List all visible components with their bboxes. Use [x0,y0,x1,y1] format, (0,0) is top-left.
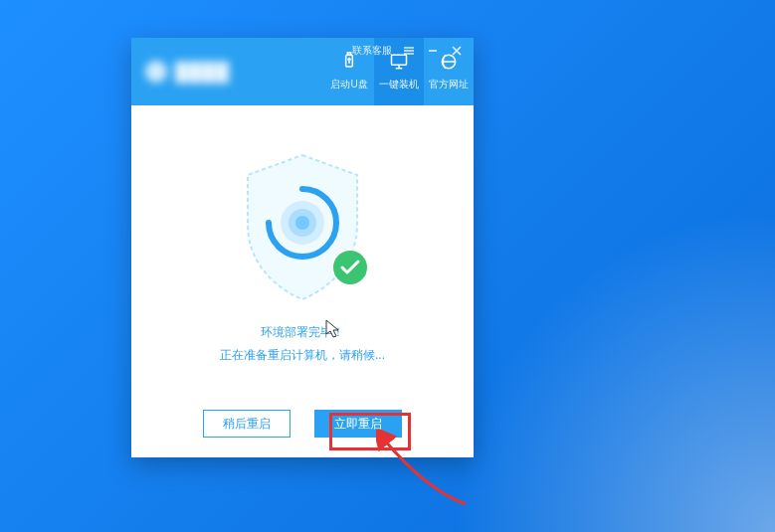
svg-point-10 [295,216,309,230]
window-controls: 联系客服 [342,38,474,64]
status-text-secondary: 正在准备重启计算机，请稍候... [220,347,385,364]
minimize-icon[interactable] [426,44,440,58]
brand-area: ████ [131,38,324,105]
restart-later-button[interactable]: 稍后重启 [203,410,291,438]
menu-icon[interactable] [402,44,416,58]
tab-label: 一键装机 [379,78,419,91]
contact-support-link[interactable]: 联系客服 [352,44,392,58]
button-row: 稍后重启 立即重启 [131,410,474,438]
brand-icon [145,61,167,83]
brand-text: ████ [175,62,230,83]
tab-label: 启动U盘 [330,78,367,91]
shield-graphic [228,145,377,304]
content-area: 环境部署完毕！ 正在准备重启计算机，请稍候... 稍后重启 立即重启 [131,105,474,457]
title-bar: ████ 启动U盘 [131,38,474,105]
tab-label: 官方网址 [429,78,469,91]
status-text-primary: 环境部署完毕！ [261,324,344,341]
close-icon[interactable] [450,44,464,58]
app-window: ████ 启动U盘 [131,38,474,457]
success-check-icon [331,249,369,286]
restart-now-button[interactable]: 立即重启 [314,410,402,438]
